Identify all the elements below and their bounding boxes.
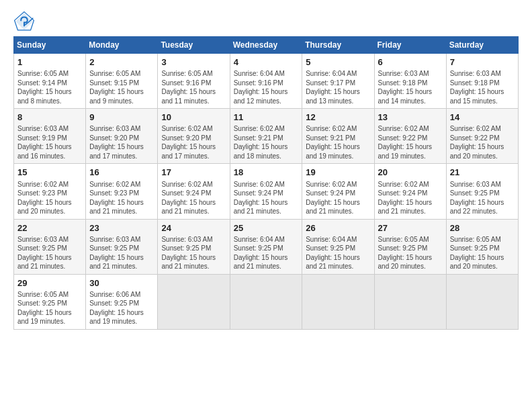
day-number: 9 — [89, 111, 154, 124]
calendar-cell — [230, 274, 302, 329]
calendar-cell: 25Sunrise: 6:04 AM Sunset: 9:25 PM Dayli… — [230, 219, 302, 274]
day-info: Sunrise: 6:04 AM Sunset: 9:16 PM Dayligh… — [234, 69, 299, 105]
day-info: Sunrise: 6:02 AM Sunset: 9:22 PM Dayligh… — [450, 124, 515, 161]
calendar-cell: 12Sunrise: 6:02 AM Sunset: 9:21 PM Dayli… — [302, 109, 374, 164]
day-number: 1 — [17, 56, 82, 68]
col-saturday: Saturday — [446, 37, 518, 54]
calendar-cell: 9Sunrise: 6:03 AM Sunset: 9:20 PM Daylig… — [86, 109, 158, 164]
day-info: Sunrise: 6:03 AM Sunset: 9:18 PM Dayligh… — [450, 69, 515, 105]
day-number: 26 — [306, 222, 370, 234]
calendar-cell: 8Sunrise: 6:03 AM Sunset: 9:19 PM Daylig… — [14, 109, 86, 164]
calendar-cell: 29Sunrise: 6:05 AM Sunset: 9:25 PM Dayli… — [14, 274, 86, 329]
day-number: 7 — [450, 56, 515, 68]
day-number: 20 — [378, 167, 443, 179]
calendar-week-row: 22Sunrise: 6:03 AM Sunset: 9:25 PM Dayli… — [14, 219, 519, 274]
calendar-cell — [374, 274, 446, 329]
calendar-header-row: Sunday Monday Tuesday Wednesday Thursday… — [14, 37, 519, 54]
calendar-week-row: 29Sunrise: 6:05 AM Sunset: 9:25 PM Dayli… — [14, 274, 519, 329]
logo-icon — [13, 11, 35, 32]
day-number: 10 — [161, 111, 226, 124]
col-wednesday: Wednesday — [230, 37, 302, 54]
logo — [13, 11, 38, 32]
calendar-cell — [158, 274, 230, 329]
main-container: Sunday Monday Tuesday Wednesday Thursday… — [0, 0, 532, 336]
day-number: 27 — [378, 222, 443, 234]
calendar-cell: 10Sunrise: 6:02 AM Sunset: 9:20 PM Dayli… — [158, 109, 230, 164]
calendar-cell: 14Sunrise: 6:02 AM Sunset: 9:22 PM Dayli… — [446, 109, 518, 164]
day-info: Sunrise: 6:03 AM Sunset: 9:25 PM Dayligh… — [161, 235, 226, 271]
day-number: 18 — [234, 167, 299, 179]
calendar-cell: 28Sunrise: 6:05 AM Sunset: 9:25 PM Dayli… — [446, 219, 518, 274]
calendar-cell: 21Sunrise: 6:03 AM Sunset: 9:25 PM Dayli… — [446, 164, 518, 219]
calendar-cell: 19Sunrise: 6:02 AM Sunset: 9:24 PM Dayli… — [302, 164, 374, 219]
calendar-week-row: 8Sunrise: 6:03 AM Sunset: 9:19 PM Daylig… — [14, 109, 519, 164]
calendar-cell: 27Sunrise: 6:05 AM Sunset: 9:25 PM Dayli… — [374, 219, 446, 274]
day-number: 22 — [17, 222, 82, 234]
calendar-cell: 5Sunrise: 6:04 AM Sunset: 9:17 PM Daylig… — [302, 54, 374, 109]
day-number: 13 — [378, 111, 443, 124]
day-info: Sunrise: 6:02 AM Sunset: 9:23 PM Dayligh… — [17, 180, 82, 216]
day-number: 19 — [306, 167, 370, 179]
calendar-cell — [446, 274, 518, 329]
day-info: Sunrise: 6:02 AM Sunset: 9:23 PM Dayligh… — [89, 180, 154, 216]
day-number: 2 — [89, 56, 154, 68]
day-number: 17 — [161, 167, 226, 179]
day-info: Sunrise: 6:04 AM Sunset: 9:25 PM Dayligh… — [306, 235, 370, 271]
day-info: Sunrise: 6:02 AM Sunset: 9:24 PM Dayligh… — [161, 180, 226, 216]
calendar-cell: 24Sunrise: 6:03 AM Sunset: 9:25 PM Dayli… — [158, 219, 230, 274]
day-info: Sunrise: 6:05 AM Sunset: 9:14 PM Dayligh… — [17, 69, 82, 105]
calendar-cell: 3Sunrise: 6:05 AM Sunset: 9:16 PM Daylig… — [158, 54, 230, 109]
day-info: Sunrise: 6:02 AM Sunset: 9:21 PM Dayligh… — [306, 124, 370, 161]
calendar-cell: 30Sunrise: 6:06 AM Sunset: 9:25 PM Dayli… — [86, 274, 158, 329]
day-info: Sunrise: 6:03 AM Sunset: 9:19 PM Dayligh… — [17, 124, 82, 161]
day-number: 5 — [306, 56, 370, 68]
calendar-cell: 4Sunrise: 6:04 AM Sunset: 9:16 PM Daylig… — [230, 54, 302, 109]
day-number: 11 — [234, 111, 299, 124]
day-number: 12 — [306, 111, 370, 124]
col-sunday: Sunday — [14, 37, 86, 54]
day-info: Sunrise: 6:04 AM Sunset: 9:17 PM Dayligh… — [306, 69, 370, 105]
day-number: 16 — [89, 167, 154, 179]
day-info: Sunrise: 6:03 AM Sunset: 9:20 PM Dayligh… — [89, 124, 154, 161]
calendar-cell: 7Sunrise: 6:03 AM Sunset: 9:18 PM Daylig… — [446, 54, 518, 109]
day-info: Sunrise: 6:05 AM Sunset: 9:25 PM Dayligh… — [17, 290, 82, 326]
header — [13, 11, 519, 32]
day-info: Sunrise: 6:04 AM Sunset: 9:25 PM Dayligh… — [234, 235, 299, 271]
day-number: 28 — [450, 222, 515, 234]
day-info: Sunrise: 6:05 AM Sunset: 9:16 PM Dayligh… — [161, 69, 226, 105]
svg-marker-0 — [15, 13, 33, 30]
day-number: 30 — [89, 277, 154, 289]
col-monday: Monday — [86, 37, 158, 54]
day-info: Sunrise: 6:02 AM Sunset: 9:22 PM Dayligh… — [378, 124, 443, 161]
col-friday: Friday — [374, 37, 446, 54]
calendar-cell: 20Sunrise: 6:02 AM Sunset: 9:24 PM Dayli… — [374, 164, 446, 219]
day-number: 8 — [17, 111, 82, 124]
calendar-cell: 13Sunrise: 6:02 AM Sunset: 9:22 PM Dayli… — [374, 109, 446, 164]
calendar-cell: 6Sunrise: 6:03 AM Sunset: 9:18 PM Daylig… — [374, 54, 446, 109]
day-info: Sunrise: 6:06 AM Sunset: 9:25 PM Dayligh… — [89, 290, 154, 326]
day-info: Sunrise: 6:02 AM Sunset: 9:24 PM Dayligh… — [378, 180, 443, 216]
day-number: 3 — [161, 56, 226, 68]
calendar-cell: 2Sunrise: 6:05 AM Sunset: 9:15 PM Daylig… — [86, 54, 158, 109]
day-number: 23 — [89, 222, 154, 234]
calendar-week-row: 1Sunrise: 6:05 AM Sunset: 9:14 PM Daylig… — [14, 54, 519, 109]
day-number: 29 — [17, 277, 82, 289]
day-info: Sunrise: 6:02 AM Sunset: 9:24 PM Dayligh… — [306, 180, 370, 216]
calendar-cell: 11Sunrise: 6:02 AM Sunset: 9:21 PM Dayli… — [230, 109, 302, 164]
calendar-cell: 18Sunrise: 6:02 AM Sunset: 9:24 PM Dayli… — [230, 164, 302, 219]
day-info: Sunrise: 6:02 AM Sunset: 9:24 PM Dayligh… — [234, 180, 299, 216]
calendar-cell: 17Sunrise: 6:02 AM Sunset: 9:24 PM Dayli… — [158, 164, 230, 219]
day-info: Sunrise: 6:03 AM Sunset: 9:25 PM Dayligh… — [17, 235, 82, 271]
day-info: Sunrise: 6:05 AM Sunset: 9:25 PM Dayligh… — [378, 235, 443, 271]
calendar-cell: 23Sunrise: 6:03 AM Sunset: 9:25 PM Dayli… — [86, 219, 158, 274]
calendar-cell: 26Sunrise: 6:04 AM Sunset: 9:25 PM Dayli… — [302, 219, 374, 274]
day-number: 15 — [17, 167, 82, 179]
calendar-cell: 15Sunrise: 6:02 AM Sunset: 9:23 PM Dayli… — [14, 164, 86, 219]
day-info: Sunrise: 6:05 AM Sunset: 9:25 PM Dayligh… — [450, 235, 515, 271]
col-tuesday: Tuesday — [158, 37, 230, 54]
day-info: Sunrise: 6:03 AM Sunset: 9:18 PM Dayligh… — [378, 69, 443, 105]
day-number: 25 — [234, 222, 299, 234]
day-info: Sunrise: 6:05 AM Sunset: 9:15 PM Dayligh… — [89, 69, 154, 105]
col-thursday: Thursday — [302, 37, 374, 54]
calendar-week-row: 15Sunrise: 6:02 AM Sunset: 9:23 PM Dayli… — [14, 164, 519, 219]
